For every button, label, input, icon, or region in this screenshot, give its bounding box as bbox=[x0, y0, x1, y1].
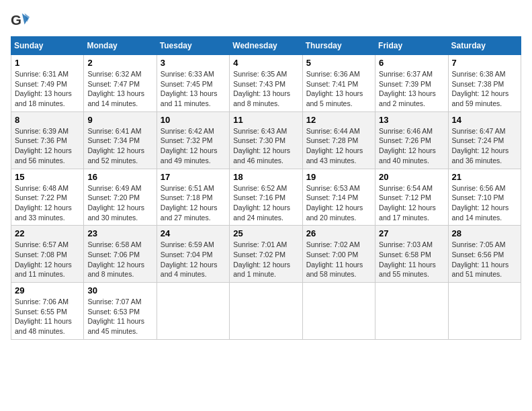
day-number: 17 bbox=[161, 172, 226, 182]
calendar-cell: 26 Sunrise: 7:02 AMSunset: 7:00 PMDaylig… bbox=[302, 226, 375, 283]
day-info: Sunrise: 6:44 AMSunset: 7:28 PMDaylight:… bbox=[306, 127, 363, 165]
weekday-header-row: SundayMondayTuesdayWednesdayThursdayFrid… bbox=[11, 37, 521, 55]
day-number: 26 bbox=[306, 228, 371, 238]
day-info: Sunrise: 7:05 AMSunset: 6:56 PMDaylight:… bbox=[452, 240, 509, 278]
calendar-cell: 7 Sunrise: 6:38 AMSunset: 7:38 PMDayligh… bbox=[448, 55, 521, 112]
day-info: Sunrise: 6:39 AMSunset: 7:36 PMDaylight:… bbox=[15, 127, 72, 165]
day-info: Sunrise: 6:37 AMSunset: 7:39 PMDaylight:… bbox=[379, 70, 436, 107]
calendar-cell: 4 Sunrise: 6:35 AMSunset: 7:43 PMDayligh… bbox=[230, 55, 302, 112]
calendar-week-3: 15 Sunrise: 6:48 AMSunset: 7:22 PMDaylig… bbox=[11, 169, 521, 226]
calendar-cell: 25 Sunrise: 7:01 AMSunset: 7:02 PMDaylig… bbox=[230, 226, 302, 283]
day-number: 27 bbox=[379, 228, 444, 238]
weekday-thursday: Thursday bbox=[302, 37, 375, 55]
day-info: Sunrise: 6:51 AMSunset: 7:18 PMDaylight:… bbox=[161, 184, 218, 222]
day-info: Sunrise: 6:46 AMSunset: 7:26 PMDaylight:… bbox=[379, 127, 436, 165]
day-number: 22 bbox=[15, 228, 80, 238]
calendar-cell: 10 Sunrise: 6:42 AMSunset: 7:32 PMDaylig… bbox=[157, 111, 229, 169]
calendar-cell bbox=[448, 283, 521, 340]
day-number: 30 bbox=[87, 285, 152, 295]
calendar-week-4: 22 Sunrise: 6:57 AMSunset: 7:08 PMDaylig… bbox=[11, 226, 521, 283]
calendar-week-2: 8 Sunrise: 6:39 AMSunset: 7:36 PMDayligh… bbox=[11, 111, 521, 169]
calendar-cell: 2 Sunrise: 6:32 AMSunset: 7:47 PMDayligh… bbox=[84, 55, 157, 112]
calendar-cell: 14 Sunrise: 6:47 AMSunset: 7:24 PMDaylig… bbox=[448, 111, 521, 169]
calendar-cell: 21 Sunrise: 6:56 AMSunset: 7:10 PMDaylig… bbox=[448, 169, 521, 226]
day-number: 1 bbox=[15, 58, 80, 68]
day-number: 12 bbox=[306, 115, 371, 125]
day-info: Sunrise: 6:38 AMSunset: 7:38 PMDaylight:… bbox=[452, 70, 509, 107]
day-number: 29 bbox=[15, 285, 80, 295]
day-info: Sunrise: 6:33 AMSunset: 7:45 PMDaylight:… bbox=[161, 70, 218, 107]
calendar-cell: 18 Sunrise: 6:52 AMSunset: 7:16 PMDaylig… bbox=[230, 169, 302, 226]
calendar-cell bbox=[230, 283, 302, 340]
logo: G bbox=[11, 11, 32, 30]
calendar-week-1: 1 Sunrise: 6:31 AMSunset: 7:49 PMDayligh… bbox=[11, 55, 521, 112]
calendar-cell bbox=[157, 283, 229, 340]
calendar-table: SundayMondayTuesdayWednesdayThursdayFrid… bbox=[11, 36, 521, 340]
day-number: 14 bbox=[452, 115, 517, 125]
calendar-cell: 19 Sunrise: 6:53 AMSunset: 7:14 PMDaylig… bbox=[302, 169, 375, 226]
day-number: 28 bbox=[452, 228, 517, 238]
calendar-cell: 30 Sunrise: 7:07 AMSunset: 6:53 PMDaylig… bbox=[84, 283, 157, 340]
day-info: Sunrise: 6:41 AMSunset: 7:34 PMDaylight:… bbox=[87, 127, 144, 165]
calendar-cell: 27 Sunrise: 7:03 AMSunset: 6:58 PMDaylig… bbox=[375, 226, 448, 283]
weekday-friday: Friday bbox=[375, 37, 448, 55]
calendar-cell: 13 Sunrise: 6:46 AMSunset: 7:26 PMDaylig… bbox=[375, 111, 448, 169]
calendar-cell bbox=[375, 283, 448, 340]
day-number: 16 bbox=[87, 172, 152, 182]
day-info: Sunrise: 6:48 AMSunset: 7:22 PMDaylight:… bbox=[15, 184, 72, 222]
day-info: Sunrise: 6:59 AMSunset: 7:04 PMDaylight:… bbox=[161, 240, 218, 278]
calendar-cell: 8 Sunrise: 6:39 AMSunset: 7:36 PMDayligh… bbox=[11, 111, 84, 169]
weekday-sunday: Sunday bbox=[11, 37, 84, 55]
day-info: Sunrise: 6:42 AMSunset: 7:32 PMDaylight:… bbox=[161, 127, 218, 165]
day-number: 13 bbox=[379, 115, 444, 125]
day-number: 11 bbox=[233, 115, 298, 125]
weekday-wednesday: Wednesday bbox=[230, 37, 302, 55]
day-info: Sunrise: 6:54 AMSunset: 7:12 PMDaylight:… bbox=[379, 184, 436, 222]
logo-icon: G bbox=[11, 11, 30, 30]
day-number: 18 bbox=[233, 172, 298, 182]
calendar-cell: 17 Sunrise: 6:51 AMSunset: 7:18 PMDaylig… bbox=[157, 169, 229, 226]
calendar-cell: 9 Sunrise: 6:41 AMSunset: 7:34 PMDayligh… bbox=[84, 111, 157, 169]
day-info: Sunrise: 7:07 AMSunset: 6:53 PMDaylight:… bbox=[87, 298, 144, 335]
day-info: Sunrise: 6:53 AMSunset: 7:14 PMDaylight:… bbox=[306, 184, 363, 222]
day-info: Sunrise: 6:32 AMSunset: 7:47 PMDaylight:… bbox=[87, 70, 144, 107]
day-number: 19 bbox=[306, 172, 371, 182]
svg-text:G: G bbox=[11, 12, 21, 28]
day-number: 4 bbox=[233, 58, 298, 68]
day-number: 2 bbox=[87, 58, 152, 68]
page-header: G bbox=[11, 11, 521, 30]
calendar-cell: 3 Sunrise: 6:33 AMSunset: 7:45 PMDayligh… bbox=[157, 55, 229, 112]
day-info: Sunrise: 7:01 AMSunset: 7:02 PMDaylight:… bbox=[233, 240, 290, 278]
calendar-cell: 6 Sunrise: 6:37 AMSunset: 7:39 PMDayligh… bbox=[375, 55, 448, 112]
day-number: 21 bbox=[452, 172, 517, 182]
day-info: Sunrise: 6:56 AMSunset: 7:10 PMDaylight:… bbox=[452, 184, 509, 222]
calendar-cell: 11 Sunrise: 6:43 AMSunset: 7:30 PMDaylig… bbox=[230, 111, 302, 169]
day-number: 10 bbox=[161, 115, 226, 125]
calendar-cell: 22 Sunrise: 6:57 AMSunset: 7:08 PMDaylig… bbox=[11, 226, 84, 283]
day-info: Sunrise: 6:36 AMSunset: 7:41 PMDaylight:… bbox=[306, 70, 363, 107]
calendar-cell: 5 Sunrise: 6:36 AMSunset: 7:41 PMDayligh… bbox=[302, 55, 375, 112]
day-info: Sunrise: 6:57 AMSunset: 7:08 PMDaylight:… bbox=[15, 240, 72, 278]
weekday-tuesday: Tuesday bbox=[157, 37, 229, 55]
day-info: Sunrise: 6:31 AMSunset: 7:49 PMDaylight:… bbox=[15, 70, 72, 107]
day-info: Sunrise: 6:47 AMSunset: 7:24 PMDaylight:… bbox=[452, 127, 509, 165]
day-number: 3 bbox=[161, 58, 226, 68]
day-number: 5 bbox=[306, 58, 371, 68]
day-info: Sunrise: 7:03 AMSunset: 6:58 PMDaylight:… bbox=[379, 240, 436, 278]
day-number: 9 bbox=[87, 115, 152, 125]
day-number: 24 bbox=[161, 228, 226, 238]
calendar-cell: 1 Sunrise: 6:31 AMSunset: 7:49 PMDayligh… bbox=[11, 55, 84, 112]
calendar-week-5: 29 Sunrise: 7:06 AMSunset: 6:55 PMDaylig… bbox=[11, 283, 521, 340]
calendar-cell: 20 Sunrise: 6:54 AMSunset: 7:12 PMDaylig… bbox=[375, 169, 448, 226]
day-number: 25 bbox=[233, 228, 298, 238]
day-info: Sunrise: 6:58 AMSunset: 7:06 PMDaylight:… bbox=[87, 240, 144, 278]
day-number: 7 bbox=[452, 58, 517, 68]
calendar-cell: 23 Sunrise: 6:58 AMSunset: 7:06 PMDaylig… bbox=[84, 226, 157, 283]
calendar-cell: 24 Sunrise: 6:59 AMSunset: 7:04 PMDaylig… bbox=[157, 226, 229, 283]
day-info: Sunrise: 6:35 AMSunset: 7:43 PMDaylight:… bbox=[233, 70, 290, 107]
day-info: Sunrise: 6:49 AMSunset: 7:20 PMDaylight:… bbox=[87, 184, 144, 222]
calendar-cell bbox=[302, 283, 375, 340]
day-number: 20 bbox=[379, 172, 444, 182]
calendar-cell: 16 Sunrise: 6:49 AMSunset: 7:20 PMDaylig… bbox=[84, 169, 157, 226]
day-number: 23 bbox=[87, 228, 152, 238]
